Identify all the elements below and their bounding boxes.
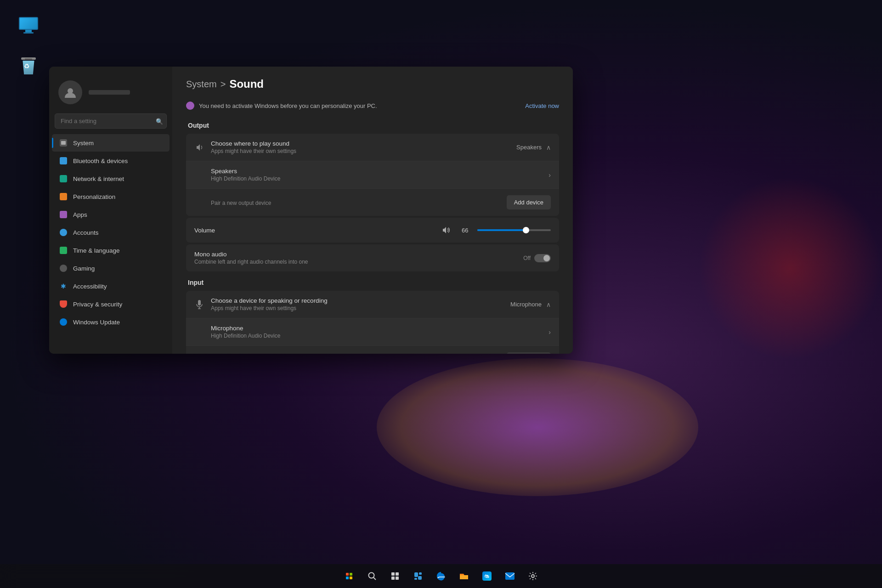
volume-label: Volume: [194, 227, 215, 234]
privacy-icon: [59, 300, 68, 308]
sidebar-item-personalization-label: Personalization: [73, 193, 115, 200]
input-device-value: Microphone: [510, 301, 542, 308]
system-icon: [59, 139, 68, 147]
input-section: Input Choose a device for speaking or re…: [186, 279, 559, 354]
mono-audio-toggle[interactable]: Off: [523, 254, 551, 262]
svg-rect-10: [414, 572, 418, 577]
input-card: Choose a device for speaking or recordin…: [186, 291, 559, 354]
breadcrumb-separator: >: [220, 79, 226, 90]
svg-rect-13: [418, 576, 422, 580]
add-output-device-button[interactable]: Add device: [507, 195, 551, 209]
sidebar-item-gaming[interactable]: Gaming: [52, 260, 170, 277]
volume-slider[interactable]: [477, 229, 551, 231]
edge-button[interactable]: [431, 566, 451, 586]
add-input-device-button[interactable]: Add device: [507, 352, 551, 354]
speakers-chevron: ›: [548, 171, 551, 179]
microphone-title: Microphone: [211, 325, 548, 332]
svg-point-15: [531, 575, 534, 577]
main-content: System > Sound You need to activate Wind…: [172, 67, 573, 354]
file-explorer-icon: [459, 571, 469, 581]
volume-thumb[interactable]: [523, 227, 529, 233]
breadcrumb-system: System: [186, 79, 217, 90]
sidebar-item-system-label: System: [73, 140, 94, 147]
sidebar-item-time[interactable]: Time & language: [52, 242, 170, 259]
search-icon[interactable]: 🔍: [156, 118, 163, 124]
sidebar-item-accounts[interactable]: Accounts: [52, 224, 170, 241]
mono-audio-subtitle: Combine left and right audio channels in…: [194, 259, 523, 265]
sidebar-item-gaming-label: Gaming: [73, 265, 95, 272]
sidebar-item-windows-update[interactable]: Windows Update: [52, 313, 170, 331]
settings-taskbar-button[interactable]: [523, 566, 543, 586]
mono-audio-toggle-knob[interactable]: [534, 254, 551, 262]
activation-icon: [186, 102, 194, 110]
recycle-bin-desktop-icon[interactable]: ♻: [10, 54, 47, 81]
choose-input-row[interactable]: Choose a device for speaking or recordin…: [186, 291, 559, 318]
speakers-right: ›: [548, 171, 551, 179]
user-profile-area[interactable]: [49, 76, 172, 113]
apps-icon: [59, 210, 68, 219]
mail-button[interactable]: [500, 566, 520, 586]
task-view-button[interactable]: [385, 566, 405, 586]
sidebar-item-bluetooth[interactable]: Bluetooth & devices: [52, 152, 170, 170]
choose-output-subtitle: Apps might have their own settings: [211, 148, 516, 154]
search-input[interactable]: [55, 113, 167, 129]
sidebar-item-personalization[interactable]: Personalization: [52, 188, 170, 205]
mono-audio-row[interactable]: Mono audio Combine left and right audio …: [186, 244, 559, 271]
personalization-icon: [59, 192, 68, 201]
start-button[interactable]: [339, 566, 359, 586]
microphone-row[interactable]: Microphone High Definition Audio Device …: [186, 318, 559, 346]
monitor-desktop-icon[interactable]: [10, 13, 47, 40]
pair-output-text: Pair a new output device: [211, 198, 507, 207]
sidebar-item-windows-update-label: Windows Update: [73, 319, 120, 326]
microphone-chevron: ›: [548, 328, 551, 336]
sidebar-search-box: 🔍: [55, 113, 167, 129]
pair-output-label: Pair a new output device: [211, 200, 271, 206]
sidebar-item-privacy[interactable]: Privacy & security: [52, 295, 170, 313]
output-card: Choose where to play sound Apps might ha…: [186, 134, 559, 216]
search-taskbar-icon: [368, 571, 377, 581]
svg-rect-8: [391, 577, 395, 580]
sidebar-item-accessibility[interactable]: ✱ Accessibility: [52, 277, 170, 295]
choose-output-text: Choose where to play sound Apps might ha…: [211, 140, 516, 154]
svg-rect-12: [414, 578, 417, 580]
sidebar-item-apps-label: Apps: [73, 211, 87, 218]
edge-icon: [436, 571, 446, 581]
settings-sidebar: 🔍 System Bluetooth & devices Network & i…: [49, 67, 172, 354]
time-icon: [59, 246, 68, 254]
speakers-row[interactable]: Speakers High Definition Audio Device ›: [186, 161, 559, 189]
mono-audio-state: Off: [523, 255, 531, 261]
speaker-icon: [194, 142, 204, 153]
microphone-subtitle: High Definition Audio Device: [211, 333, 548, 339]
ms-store-button[interactable]: 🛍: [477, 566, 497, 586]
activation-text: You need to activate Windows before you …: [199, 102, 525, 109]
task-view-icon: [390, 571, 400, 581]
sidebar-item-apps[interactable]: Apps: [52, 206, 170, 223]
speakers-text: Speakers High Definition Audio Device: [211, 168, 548, 182]
widgets-button[interactable]: [408, 566, 428, 586]
volume-card: Volume 66: [186, 218, 559, 243]
svg-rect-14: [505, 572, 514, 580]
svg-rect-7: [396, 572, 399, 576]
username-bar: [89, 90, 130, 95]
activate-now-link[interactable]: Activate now: [525, 102, 559, 109]
volume-row[interactable]: Volume 66: [186, 218, 559, 243]
gaming-icon: [59, 264, 68, 272]
input-section-header: Input: [186, 279, 559, 286]
volume-icon: [441, 225, 451, 235]
sidebar-item-network[interactable]: Network & internet: [52, 170, 170, 187]
choose-output-row[interactable]: Choose where to play sound Apps might ha…: [186, 134, 559, 161]
sidebar-item-network-label: Network & internet: [73, 175, 124, 182]
mail-icon: [505, 572, 515, 580]
svg-point-4: [369, 573, 374, 578]
svg-rect-9: [396, 577, 399, 580]
svg-rect-1: [198, 300, 201, 305]
sidebar-item-bluetooth-label: Bluetooth & devices: [73, 158, 128, 164]
search-taskbar-button[interactable]: [362, 566, 382, 586]
microphone-choose-icon: [194, 300, 204, 310]
ms-store-icon: 🛍: [482, 571, 492, 581]
sidebar-item-system[interactable]: System: [52, 134, 170, 152]
file-explorer-button[interactable]: [454, 566, 474, 586]
settings-taskbar-icon: [528, 571, 537, 581]
breadcrumb: System > Sound: [186, 78, 559, 90]
choose-input-right: Microphone ∧: [510, 301, 551, 308]
